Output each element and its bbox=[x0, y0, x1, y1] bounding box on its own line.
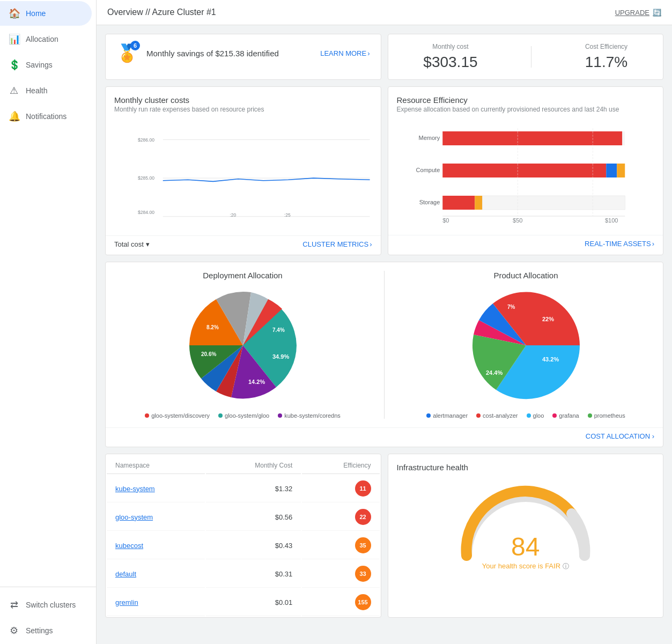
line-chart: $286.00 $285.00 $284.00 :20 :25 bbox=[138, 122, 372, 231]
efficiency-badge: 33 bbox=[355, 566, 371, 582]
namespace-link[interactable]: kube-system bbox=[115, 485, 155, 493]
sidebar-item-notifications[interactable]: 🔔 Notifications bbox=[0, 104, 92, 129]
svg-text:7.4%: 7.4% bbox=[272, 327, 285, 333]
real-time-assets-label: REAL-TIME ASSETS bbox=[585, 240, 651, 248]
deployment-legend: gloo-system/discovery gloo-system/gloo k… bbox=[145, 412, 341, 419]
health-score: 84 bbox=[482, 534, 569, 560]
cluster-metrics-link[interactable]: CLUSTER METRICS › bbox=[302, 240, 372, 248]
sidebar-item-allocation[interactable]: 📊 Allocation bbox=[0, 27, 92, 51]
namespace-table: Namespace Monthly Cost Efficiency kube-s… bbox=[106, 454, 381, 617]
svg-text:Storage: Storage bbox=[419, 199, 440, 205]
namespace-link[interactable]: kubecost bbox=[115, 542, 143, 550]
namespace-link[interactable]: gloo-system bbox=[115, 513, 153, 521]
svg-rect-18 bbox=[482, 196, 625, 210]
svg-rect-17 bbox=[475, 196, 482, 210]
sidebar-item-home[interactable]: 🏠 Home bbox=[0, 1, 92, 26]
monthly-cost-cell: $0.56 bbox=[206, 504, 301, 531]
svg-text:Compute: Compute bbox=[416, 167, 440, 173]
svg-text:43.2%: 43.2% bbox=[542, 356, 559, 362]
health-title: Infrastructure health bbox=[397, 463, 655, 472]
namespace-link[interactable]: default bbox=[115, 570, 136, 578]
sidebar-label-notifications: Notifications bbox=[26, 112, 67, 121]
header: Overview // Azure Cluster #1 UPGRADE 🔄 bbox=[97, 0, 672, 25]
resource-efficiency-card: Resource Efficiency Expense allocation b… bbox=[388, 86, 664, 255]
namespace-link[interactable]: gremlin bbox=[115, 598, 138, 606]
monthly-cost-cell: $0.43 bbox=[206, 532, 301, 559]
legend-item-grafana: grafana bbox=[552, 412, 579, 419]
svg-text:Memory: Memory bbox=[418, 135, 440, 141]
content-area: 🏅 6 Monthly savings of $215.38 identifie… bbox=[97, 25, 672, 626]
namespace-card: Namespace Monthly Cost Efficiency kube-s… bbox=[105, 454, 381, 618]
legend-label-cost-analyzer: cost-analyzer bbox=[483, 412, 518, 419]
sidebar-item-health[interactable]: ⚠ Health bbox=[0, 78, 92, 103]
svg-rect-13 bbox=[442, 164, 606, 177]
health-card: Infrastructure health 84 bbox=[388, 454, 664, 618]
svg-text:$286.00: $286.00 bbox=[138, 137, 154, 143]
monthly-cost-cell: $0.31 bbox=[206, 560, 301, 588]
settings-icon: ⚙ bbox=[9, 625, 19, 636]
top-row: 🏅 6 Monthly savings of $215.38 identifie… bbox=[105, 34, 663, 80]
legend-item-coredns: kube-system/coredns bbox=[278, 412, 341, 419]
sidebar-item-settings[interactable]: ⚙ Settings bbox=[0, 618, 92, 643]
svg-rect-12 bbox=[622, 131, 625, 145]
savings-icon: 💲 bbox=[9, 59, 19, 71]
sidebar-item-switch-clusters[interactable]: ⇄ Switch clusters bbox=[0, 593, 92, 617]
sidebar-item-savings[interactable]: 💲 Savings bbox=[0, 53, 92, 77]
savings-card: 🏅 6 Monthly savings of $215.38 identifie… bbox=[105, 34, 381, 80]
svg-rect-14 bbox=[606, 164, 617, 177]
table-row: default $0.31 33 bbox=[107, 560, 380, 588]
learn-more-link[interactable]: LEARN MORE › bbox=[320, 49, 370, 57]
chart-header: Monthly cluster costs Monthly run rate e… bbox=[106, 87, 381, 117]
svg-text:$50: $50 bbox=[513, 217, 522, 224]
legend-item-discovery: gloo-system/discovery bbox=[145, 412, 210, 419]
svg-text:8.2%: 8.2% bbox=[206, 324, 219, 330]
chevron-right-icon: › bbox=[652, 240, 654, 248]
allocation-inner: Deployment Allocation bbox=[106, 262, 663, 427]
allocation-card: Deployment Allocation bbox=[105, 262, 663, 447]
cost-allocation-footer: COST ALLOCATION › bbox=[106, 427, 663, 447]
deployment-pie-chart: 7.4% 34.9% 14.2% 20.6% 8.2% bbox=[184, 286, 302, 404]
chart-title: Monthly cluster costs bbox=[114, 95, 372, 105]
gauge-wrap: 84 Your health score is FAIR ⓘ bbox=[397, 480, 655, 571]
line-chart-area: $286.00 $285.00 $284.00 :20 :25 bbox=[106, 117, 381, 235]
real-time-assets-link[interactable]: REAL-TIME ASSETS › bbox=[585, 240, 654, 248]
chevron-right-icon: › bbox=[370, 240, 372, 248]
legend-item-gloo-product: gloo bbox=[527, 412, 544, 419]
efficiency-badge: 35 bbox=[355, 537, 371, 553]
svg-text:20.6%: 20.6% bbox=[201, 351, 216, 357]
product-allocation-title: Product Allocation bbox=[493, 271, 558, 280]
cost-allocation-link[interactable]: COST ALLOCATION › bbox=[586, 432, 654, 440]
savings-text: Monthly savings of $215.38 identified bbox=[146, 49, 312, 58]
total-cost-label: Total cost bbox=[114, 240, 144, 248]
svg-text:$100: $100 bbox=[605, 217, 618, 224]
middle-row: Monthly cluster costs Monthly run rate e… bbox=[105, 86, 663, 255]
cost-divider bbox=[531, 46, 531, 68]
allocation-icon: 📊 bbox=[9, 33, 19, 45]
savings-banner: 🏅 6 Monthly savings of $215.38 identifie… bbox=[106, 34, 381, 72]
learn-more-label: LEARN MORE bbox=[320, 49, 366, 57]
health-inner: Infrastructure health 84 bbox=[388, 454, 663, 580]
total-cost-button[interactable]: Total cost ▾ bbox=[114, 240, 150, 248]
table-row: gloo-system $0.56 22 bbox=[107, 504, 380, 531]
svg-text:$0: $0 bbox=[442, 217, 449, 224]
cost-efficiency-metric: Cost Efficiency 11.7% bbox=[585, 43, 627, 71]
product-legend: alertmanager cost-analyzer gloo gra bbox=[426, 412, 625, 419]
chart-subtitle: Monthly run rate expenses based on resou… bbox=[114, 106, 372, 113]
cost-card: Monthly cost $303.15 Cost Efficiency 11.… bbox=[388, 34, 664, 80]
svg-text::25: :25 bbox=[284, 212, 291, 218]
upgrade-button[interactable]: UPGRADE 🔄 bbox=[615, 9, 661, 17]
svg-text:7%: 7% bbox=[507, 304, 515, 310]
chevron-right-icon: › bbox=[367, 49, 370, 57]
legend-item-alertmanager: alertmanager bbox=[426, 412, 468, 419]
upgrade-label: UPGRADE bbox=[615, 9, 649, 17]
info-icon: ⓘ bbox=[563, 562, 569, 570]
refresh-icon: 🔄 bbox=[653, 9, 661, 17]
monthly-cost-metric: Monthly cost $303.15 bbox=[423, 43, 477, 71]
legend-label-prometheus: prometheus bbox=[594, 412, 625, 419]
deployment-allocation-title: Deployment Allocation bbox=[203, 271, 282, 280]
sidebar-label-allocation: Allocation bbox=[26, 35, 58, 43]
svg-rect-15 bbox=[617, 164, 625, 177]
dropdown-icon: ▾ bbox=[146, 240, 150, 248]
col-monthly-cost: Monthly Cost bbox=[206, 455, 301, 474]
table-row: kube-system $1.32 11 bbox=[107, 475, 380, 502]
